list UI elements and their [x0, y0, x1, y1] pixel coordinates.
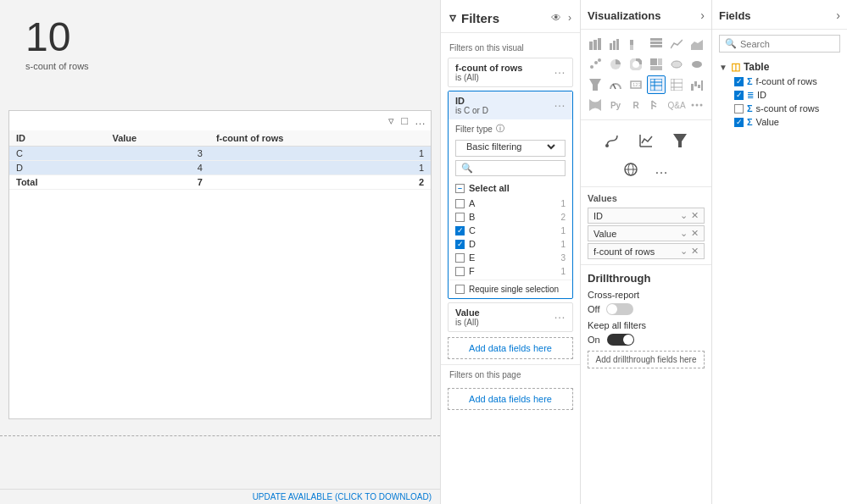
viz-donut-icon[interactable]: [627, 55, 645, 74]
add-data-fields-visual[interactable]: Add data fields here: [448, 337, 573, 359]
viz-analytics-icon[interactable]: [634, 129, 658, 152]
viz-python-icon[interactable]: Py: [606, 96, 625, 114]
focus-icon[interactable]: □: [401, 114, 408, 127]
viz-line-chart-icon[interactable]: [667, 35, 686, 53]
filter-type-select[interactable]: Basic filtering: [463, 141, 558, 152]
filters-on-visual-label: Filters on this visual: [441, 40, 580, 54]
col-id: ID: [9, 130, 105, 147]
status-bar[interactable]: UPDATE AVAILABLE (CLICK TO DOWNLOAD): [0, 489, 440, 504]
tree-group-table-header[interactable]: ▼ ◫ Table: [716, 59, 844, 75]
info-icon: ⓘ: [496, 123, 504, 135]
viz-100pct-bar-icon[interactable]: [627, 35, 645, 53]
svg-rect-35: [694, 81, 697, 86]
viz-bar-chart-icon[interactable]: [647, 35, 666, 53]
viz-matrix-icon[interactable]: [667, 75, 686, 94]
more-icon[interactable]: …: [415, 114, 426, 127]
filter-icon[interactable]: ▿: [388, 114, 394, 127]
viz-more3-icon[interactable]: …: [649, 158, 673, 181]
viz-gauge-icon[interactable]: [606, 75, 625, 94]
filter-search-input[interactable]: [476, 163, 560, 174]
chevron-down-icon3[interactable]: ⌄: [680, 246, 688, 257]
viz-clustered-bar-icon[interactable]: [606, 35, 625, 53]
viz-decomp-icon[interactable]: [647, 96, 666, 114]
add-data-fields-page[interactable]: Add data fields here: [448, 388, 573, 410]
values-field-id-label: ID: [593, 211, 603, 221]
close-icon[interactable]: ✕: [691, 210, 699, 221]
viz-treemap-icon[interactable]: [647, 55, 666, 74]
viz-area-chart-icon[interactable]: [688, 35, 706, 53]
viz-expand-icon[interactable]: ›: [700, 8, 705, 22]
keep-all-toggle[interactable]: [607, 334, 634, 346]
viz-r-icon[interactable]: R: [627, 96, 645, 114]
viz-separator: [581, 119, 711, 120]
field-scount-checkbox[interactable]: [734, 104, 744, 114]
checkbox-a[interactable]: [455, 199, 465, 208]
filter-card-id-more[interactable]: …: [554, 96, 566, 109]
fields-search-input[interactable]: [740, 39, 834, 49]
filter-card-value-title: Value: [455, 307, 480, 318]
cell-value: 3: [105, 147, 209, 161]
values-field-value-icons: ⌄ ✕: [680, 228, 699, 239]
chevron-down-icon2[interactable]: ⌄: [680, 228, 688, 239]
svg-text:123: 123: [632, 82, 642, 87]
close-icon2[interactable]: ✕: [691, 228, 699, 239]
close-icon3[interactable]: ✕: [691, 246, 699, 257]
fields-tree: ▼ ◫ Table ✓ Σ f-count of rows ✓ ≣ ID Σ s…: [712, 56, 847, 504]
col-fcount: f-count of rows: [209, 130, 431, 147]
viz-more-row: …: [581, 156, 711, 186]
viz-qna-icon[interactable]: Q&A: [667, 96, 686, 114]
svg-point-21: [692, 61, 702, 68]
viz-table-icon[interactable]: [647, 75, 666, 94]
viz-funnel-icon[interactable]: [586, 75, 605, 94]
cell-fcount: 1: [209, 161, 431, 175]
add-drillthrough-fields[interactable]: Add drillthrough fields here: [588, 351, 705, 368]
eye-icon[interactable]: 👁: [551, 12, 561, 24]
checkbox-f[interactable]: [455, 267, 465, 276]
require-single-checkbox[interactable]: [455, 285, 465, 294]
metric-card: 10 s-count of rows: [25, 17, 89, 71]
checkbox-b[interactable]: [455, 213, 465, 222]
table-row[interactable]: C 3 1: [9, 147, 431, 161]
field-fcount-checkbox[interactable]: ✓: [734, 77, 744, 86]
viz-filter-icon[interactable]: [668, 129, 692, 152]
field-fcount[interactable]: ✓ Σ f-count of rows: [716, 75, 844, 88]
checkbox-c[interactable]: ✓: [455, 226, 465, 235]
table-icon: ◫: [731, 61, 740, 73]
filter-type-row: Filter type ⓘ: [449, 119, 572, 138]
values-field-fcount-label: f-count of rows: [593, 246, 655, 257]
chevron-down-icon[interactable]: ⌄: [680, 210, 688, 221]
viz-stacked-bar-icon[interactable]: [586, 35, 605, 53]
data-table: ID Value f-count of rows C 3 1 D 4 1 Tot…: [9, 130, 431, 190]
filter-card-id-title: ID: [455, 96, 488, 106]
viz-ribbon-icon[interactable]: [586, 96, 605, 114]
expand-icon[interactable]: ›: [568, 12, 571, 24]
field-value-checkbox[interactable]: ✓: [734, 118, 744, 127]
filter-list: – Select all A 1 B 2 ✓C 1 ✓D: [449, 180, 572, 280]
field-id-checkbox[interactable]: ✓: [734, 91, 744, 100]
fields-expand-icon[interactable]: ›: [836, 8, 840, 22]
filter-card-fcount-more[interactable]: …: [554, 63, 566, 76]
select-all-checkbox[interactable]: –: [455, 184, 465, 193]
field-scount[interactable]: Σ s-count of rows: [716, 102, 844, 115]
viz-more2-icon[interactable]: [688, 96, 706, 114]
viz-map-icon[interactable]: [667, 55, 686, 74]
field-id[interactable]: ✓ ≣ ID: [716, 88, 844, 102]
field-id-label: ID: [757, 90, 766, 100]
viz-pie-icon[interactable]: [606, 55, 625, 74]
viz-icons-grid: 123 Py R Q&A: [581, 30, 711, 114]
viz-waterfall-icon[interactable]: [688, 75, 706, 94]
viz-filled-map-icon[interactable]: [688, 55, 706, 74]
viz-scatter-icon[interactable]: [586, 55, 605, 74]
field-value[interactable]: ✓ Σ Value: [716, 115, 844, 129]
svg-rect-1: [593, 40, 597, 50]
viz-globe-icon[interactable]: [619, 158, 643, 181]
viz-paint-icon[interactable]: [600, 129, 624, 152]
cross-report-toggle[interactable]: [606, 303, 633, 315]
table-row[interactable]: D 4 1: [9, 161, 431, 175]
viz-card-icon[interactable]: 123: [627, 75, 645, 94]
checkbox-d[interactable]: ✓: [455, 240, 465, 249]
filter-item-f: F 1: [455, 264, 566, 278]
filter-card-value-more[interactable]: …: [554, 307, 566, 321]
table-total-row: Total 7 2: [9, 175, 431, 190]
checkbox-e[interactable]: [455, 253, 465, 263]
